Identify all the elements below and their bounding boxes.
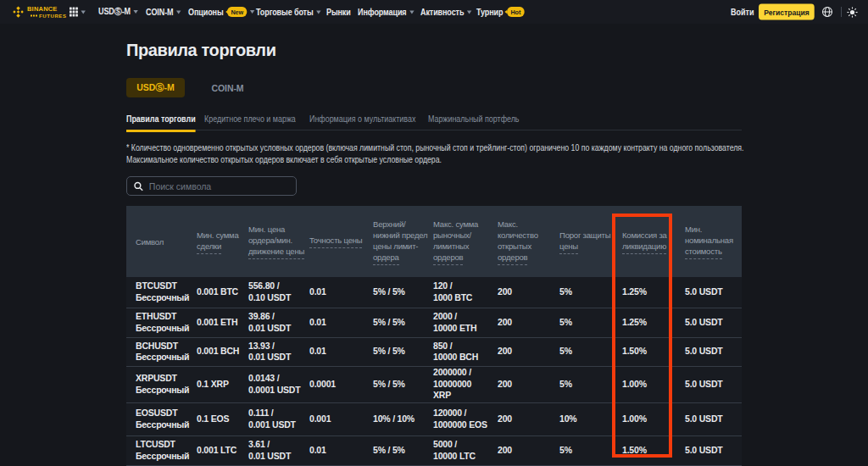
table-cell: 0.001 ETH <box>187 308 239 337</box>
column-header: Макс. суммарыночных/лимитныхордеров <box>424 206 488 277</box>
symbol-cell: BCHUSDT Бессрочный <box>126 337 187 366</box>
table-cell: 0.001 LTC <box>187 435 239 465</box>
symbol-cell: LTCUSDT Бессрочный <box>126 435 187 465</box>
chevron-down-icon <box>134 10 138 14</box>
table-cell: 0.1 XRP <box>187 366 239 402</box>
globe-icon <box>821 6 833 18</box>
chevron-down-icon <box>176 10 181 14</box>
register-button[interactable]: Регистрация <box>759 4 815 20</box>
table-cell: 1.50% <box>613 337 676 366</box>
chevron-down-icon <box>467 10 471 14</box>
table-cell: 0.01 <box>300 308 364 337</box>
nav-item-label: Турнир <box>476 8 503 17</box>
table-row: EOSUSDT Бессрочный0.1 EOS0.111 / 0.001 U… <box>126 402 742 435</box>
table-cell: 5.0 USDT <box>676 277 742 308</box>
table-cell: 5.0 USDT <box>676 337 742 366</box>
nav-item-label: Рынки <box>326 8 351 17</box>
nav-divider <box>841 7 842 17</box>
logo-line1: BINANCE <box>27 6 67 13</box>
symbol-search-box[interactable] <box>126 176 297 196</box>
search-icon <box>134 181 143 191</box>
chevron-down-icon <box>250 10 254 14</box>
table-cell: 5% / 5% <box>364 308 424 337</box>
nav-item-options[interactable]: Опционы New <box>188 7 255 17</box>
chevron-down-icon <box>316 10 320 14</box>
symbol-cell: BTCUSDT Бессрочный <box>126 277 187 308</box>
nav-item-information[interactable]: Информация <box>358 8 415 17</box>
page-title: Правила торговли <box>126 41 276 60</box>
logo-dashes <box>31 14 37 16</box>
nav-item-label: Опционы <box>188 8 223 17</box>
toggle-usdm[interactable]: USDⓈ-M <box>126 78 185 97</box>
column-header: Мин. суммасделки <box>187 206 239 277</box>
symbol-search-input[interactable] <box>149 181 289 191</box>
table-cell: 120 / 1000 BTC <box>424 277 488 308</box>
table-cell: 1.00% <box>613 402 676 435</box>
nav-item-coinm[interactable]: COIN-M <box>146 8 181 17</box>
table-cell: 5000 / 10000 LTC <box>424 435 488 465</box>
nav-item-label: Информация <box>358 8 407 17</box>
table-cell: 5.0 USDT <box>676 308 742 337</box>
language-globe-button[interactable] <box>821 6 833 18</box>
logo-line2-text: FUTURES <box>39 13 67 18</box>
theme-toggle-button[interactable] <box>847 6 858 18</box>
table-cell: 5% <box>550 337 613 366</box>
nav-item-label: COIN-M <box>146 8 173 17</box>
nav-item-markets[interactable]: Рынки <box>326 8 351 17</box>
table-cell: 5.0 USDT <box>676 435 742 465</box>
table-cell: 0.01 <box>300 337 364 366</box>
nav-item-label: Активность <box>420 8 464 17</box>
nav-item-label: Торговые боты <box>256 8 314 17</box>
table-cell: 556.80 / 0.10 USDT <box>239 277 300 308</box>
table-header: СимволМин. суммасделкиМин. ценаордера/ми… <box>126 206 742 277</box>
tab-multi-assets-info[interactable]: Информация о мультиактивах <box>309 114 415 131</box>
symbol-cell: XRPUSDT Бессрочный <box>126 366 187 402</box>
nav-item-label: USDⓈ-M <box>98 6 131 18</box>
login-link[interactable]: Войти <box>731 8 754 17</box>
market-type-toggle: USDⓈ-M COIN-M <box>126 78 257 97</box>
table-cell: 200 <box>488 402 550 435</box>
apps-grid-button[interactable] <box>70 8 86 17</box>
table-row: XRPUSDT Бессрочный0.1 XRP0.0143 / 0.0001… <box>126 366 742 402</box>
table-cell: 850 / 10000 BCH <box>424 337 488 366</box>
tab-leverage-margin[interactable]: Кредитное плечо и маржа <box>204 114 296 131</box>
table-row: LTCUSDT Бессрочный0.001 LTC3.61 / 0.01 U… <box>126 435 742 465</box>
logo-line2: FUTURES <box>27 13 67 18</box>
tab-trading-rules[interactable]: Правила торговли <box>126 114 196 131</box>
table-cell: 13.93 / 0.01 USDT <box>239 337 300 366</box>
table-cell: 2000 / 10000 ETH <box>424 308 488 337</box>
table-cell: 5% <box>550 366 613 402</box>
table-row: BTCUSDT Бессрочный0.001 BTC556.80 / 0.10… <box>126 277 742 308</box>
new-badge: New <box>227 7 248 17</box>
table-cell: 0.001 BTC <box>187 277 239 308</box>
table-cell: 200 <box>488 435 550 465</box>
tab-portfolio-margin[interactable]: Маржинальный портфель <box>428 114 519 131</box>
table-cell: 5% <box>550 277 613 308</box>
nav-item-trading-bots[interactable]: Торговые боты <box>256 8 321 17</box>
toggle-coinm[interactable]: COIN-M <box>198 78 257 97</box>
table-cell: 39.86 / 0.01 USDT <box>239 308 300 337</box>
nav-item-activity[interactable]: Активность <box>420 8 471 17</box>
table-cell: 200 <box>488 366 550 402</box>
nav-item-usdm[interactable]: USDⓈ-M <box>98 6 138 18</box>
table-cell: 5.0 USDT <box>676 366 742 402</box>
column-header: Верхний/нижний пределцены лимит-ордера <box>364 206 424 277</box>
binance-futures-logo[interactable]: BINANCE FUTURES <box>12 6 67 19</box>
table-cell: 0.111 / 0.001 USDT <box>239 402 300 435</box>
table-row: ETHUSDT Бессрочный0.001 ETH39.86 / 0.01 … <box>126 308 742 337</box>
table-cell: 200 <box>488 277 550 308</box>
table-cell: 10% <box>550 402 613 435</box>
sun-icon <box>847 7 858 18</box>
symbol-cell: EOSUSDT Бессрочный <box>126 402 187 435</box>
table-cell: 200 <box>488 337 550 366</box>
nav-item-tournament[interactable]: Турнир Hot <box>476 7 525 17</box>
table-cell: 1.25% <box>613 277 676 308</box>
chevron-down-icon <box>81 10 86 14</box>
hot-badge: Hot <box>507 7 525 17</box>
column-header: Точность цены <box>300 206 364 277</box>
grid-icon <box>70 8 78 17</box>
column-header: Мин.номинальнаястоимость <box>676 206 742 277</box>
rules-note: * Количество одновременно открытых услов… <box>126 141 742 165</box>
table-cell: 200 <box>488 308 550 337</box>
trading-rules-table: СимволМин. суммасделкиМин. ценаордера/ми… <box>126 206 742 466</box>
